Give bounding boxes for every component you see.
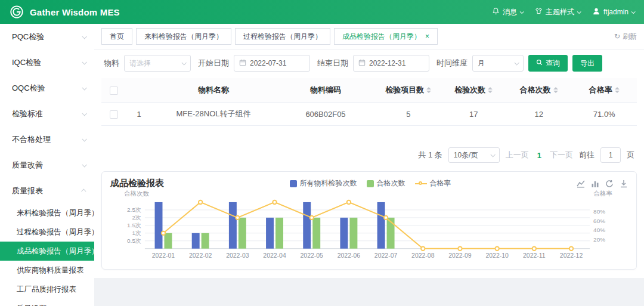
theme-style-menu[interactable]: 主题样式 — [535, 7, 580, 17]
time-dimension-label: 时间维度 — [436, 58, 467, 69]
cell-check-items: 5 — [376, 103, 441, 126]
sort-icon[interactable] — [426, 87, 431, 93]
tab-home[interactable]: 首页 — [101, 28, 132, 45]
page-size-value: 10条/页 — [454, 150, 478, 160]
select-all-checkbox[interactable] — [110, 86, 118, 95]
sidebar-item-label: 质量报表 — [12, 186, 43, 196]
sidebar-subitem-process-report[interactable]: 过程检验报告（周月季） — [0, 222, 94, 242]
time-dimension-select[interactable]: 月 — [472, 55, 524, 72]
sidebar-item-inspection-standard[interactable]: 检验标准 — [0, 101, 94, 126]
sidebar-item-nonconforming[interactable]: 不合格处理 — [0, 126, 94, 152]
search-button-label: 查询 — [546, 58, 560, 69]
tab-incoming-report[interactable]: 来料检验报告（周月季） — [136, 28, 231, 45]
legend-swatch-green — [367, 180, 374, 187]
refresh-label: 刷新 — [623, 32, 637, 42]
material-placeholder: 请选择 — [129, 58, 151, 69]
current-page[interactable]: 1 — [535, 151, 544, 160]
tab-label: 成品检验报告（周月季） — [342, 32, 421, 42]
sidebar-subitem-label: 质量追溯 — [17, 304, 47, 306]
legend-swatch-blue — [290, 180, 297, 187]
sidebar-subitem-traceability[interactable]: 质量追溯 — [0, 299, 94, 306]
sort-icon[interactable] — [488, 87, 493, 93]
results-table: 物料名称 物料编码 检验项目数 检验次数 合格次数 — [101, 78, 637, 126]
sidebar-subitem-label: 过程检验报告（周月季） — [17, 227, 94, 237]
sidebar-item-oqc[interactable]: OQC检验 — [0, 75, 94, 101]
sidebar-subitem-supplier-quality[interactable]: 供应商物料质量报表 — [0, 261, 94, 280]
sidebar-subitem-finished-report[interactable]: 成品检验报告（周月季） — [0, 242, 94, 261]
sidebar-item-quality-report[interactable]: 质量报表 — [0, 178, 94, 203]
sidebar-subitem-label: 来料检验报告（周月季） — [17, 208, 94, 218]
svg-text:60%: 60% — [593, 218, 605, 224]
sidebar-item-label: PQC检验 — [12, 32, 44, 42]
legend-pass-count[interactable]: 合格次数 — [367, 178, 405, 188]
row-index: 1 — [126, 103, 151, 126]
sidebar-item-label: 检验标准 — [12, 109, 43, 119]
export-button-label: 导出 — [580, 58, 595, 69]
username: ftjadmin — [603, 8, 628, 16]
filter-bar: 物料 请选择 开始日期 2022-07-31 结束日期 2022-12-31 — [94, 50, 644, 77]
cell-pass-rate: 71.0% — [572, 103, 637, 126]
search-button[interactable]: 查询 — [528, 55, 568, 72]
chevron-down-icon — [577, 10, 581, 14]
column-header-pass-count[interactable]: 合格次数 — [506, 78, 572, 103]
finished-inspection-chart[interactable]: 0.5次1次1.5次2次2.5次20%40%60%80%合格次数合格率2022-… — [110, 189, 628, 268]
pagination: 共 1 条 10条/页 上一页 1 下一页 前往 页 — [94, 144, 644, 170]
svg-text:2022-07: 2022-07 — [374, 252, 398, 259]
sidebar-item-label: OQC检验 — [12, 83, 45, 94]
next-page-button[interactable]: 下一页 — [550, 150, 573, 160]
goto-page-input[interactable] — [600, 147, 621, 163]
svg-text:1次: 1次 — [132, 230, 141, 236]
table-spacer — [94, 126, 644, 144]
svg-text:2022-06: 2022-06 — [338, 252, 361, 259]
download-icon[interactable] — [620, 180, 628, 188]
column-header-material-code: 物料编码 — [275, 78, 376, 103]
close-icon[interactable]: × — [425, 33, 429, 40]
sidebar-item-pqc[interactable]: PQC检验 — [0, 24, 94, 50]
brand-logo-icon — [10, 5, 24, 19]
theme-icon — [535, 7, 543, 17]
sidebar-item-quality-improve[interactable]: 质量改善 — [0, 152, 94, 178]
chevron-down-icon — [181, 60, 186, 65]
cell-check-count: 17 — [441, 103, 507, 126]
table-row[interactable]: 1 MFE-28NOL转子组件 606B02F05 5 17 12 71.0% — [101, 103, 637, 126]
index-column-header — [126, 78, 151, 103]
prev-page-button[interactable]: 上一页 — [506, 150, 529, 160]
start-date-input[interactable]: 2022-07-31 — [234, 55, 310, 72]
sidebar-subitem-factory-ranking[interactable]: 工厂品质排行报表 — [0, 280, 94, 299]
user-avatar-icon — [592, 7, 600, 17]
messages-menu[interactable]: 消息 — [492, 7, 523, 17]
column-header-check-items[interactable]: 检验项目数 — [376, 78, 441, 103]
chevron-down-icon — [514, 60, 519, 65]
legend-pass-rate[interactable]: 合格率 — [415, 178, 451, 188]
material-select[interactable]: 请选择 — [124, 55, 191, 72]
line-chart-toggle-icon[interactable] — [577, 180, 585, 188]
chart-refresh-icon[interactable] — [605, 180, 614, 188]
sidebar-item-iqc[interactable]: IQC检验 — [0, 50, 94, 75]
sidebar-subitem-incoming-report[interactable]: 来料检验报告（周月季） — [0, 203, 94, 222]
user-menu[interactable]: ftjadmin — [592, 7, 634, 17]
end-date-value: 2022-12-31 — [369, 59, 405, 67]
refresh-tabs-button[interactable]: ↻ 刷新 — [614, 32, 637, 42]
column-header-pass-rate[interactable]: 合格率 — [572, 78, 637, 103]
column-header-check-count[interactable]: 检验次数 — [441, 78, 507, 103]
bar-chart-toggle-icon[interactable] — [591, 180, 599, 188]
sort-icon[interactable] — [615, 87, 620, 93]
main-content: 首页 来料检验报告（周月季） 过程检验报告（周月季） 成品检验报告（周月季） ×… — [94, 24, 644, 306]
chevron-down-icon — [82, 137, 86, 141]
svg-text:2022-01: 2022-01 — [152, 252, 175, 259]
legend-check-count[interactable]: 所有物料检验次数 — [290, 178, 357, 188]
end-date-input[interactable]: 2022-12-31 — [353, 55, 429, 72]
refresh-icon: ↻ — [614, 32, 620, 41]
tab-finished-report[interactable]: 成品检验报告（周月季） × — [334, 28, 438, 45]
sort-icon[interactable] — [553, 87, 558, 93]
chevron-down-icon — [520, 10, 524, 14]
chevron-down-icon — [82, 34, 86, 39]
start-date-value: 2022-07-31 — [250, 59, 286, 67]
pagination-total: 共 1 条 — [418, 150, 442, 160]
export-button[interactable]: 导出 — [572, 55, 602, 72]
tab-process-report[interactable]: 过程检验报告（周月季） — [235, 28, 330, 45]
tab-label: 过程检验报告（周月季） — [243, 32, 322, 42]
page-size-select[interactable]: 10条/页 — [448, 147, 500, 163]
row-checkbox[interactable] — [110, 110, 118, 119]
svg-text:2.5次: 2.5次 — [127, 206, 141, 213]
